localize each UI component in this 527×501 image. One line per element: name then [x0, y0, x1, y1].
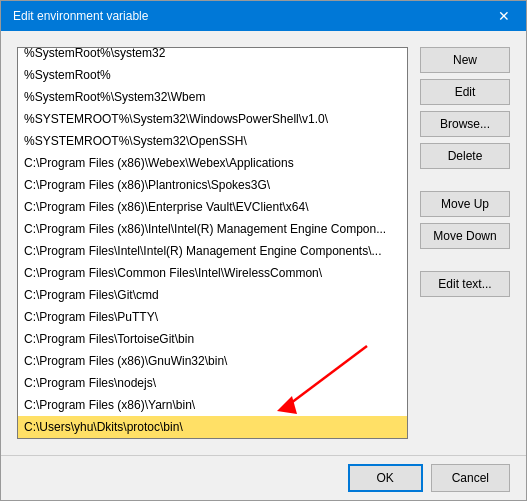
- env-var-list-scroll[interactable]: %JAVA_HOME%\bin%SystemRoot%\system32%Sys…: [18, 48, 407, 438]
- new-button[interactable]: New: [420, 47, 510, 73]
- list-item[interactable]: C:\Program Files (x86)\Enterprise Vault\…: [18, 196, 407, 218]
- list-item[interactable]: C:\Program Files (x86)\GnuWin32\bin\: [18, 350, 407, 372]
- title-bar: Edit environment variable ✕: [1, 1, 526, 31]
- list-item[interactable]: C:\Program Files\Git\cmd: [18, 284, 407, 306]
- ok-button[interactable]: OK: [348, 464, 423, 492]
- list-item[interactable]: C:\Program Files\Intel\Intel(R) Manageme…: [18, 240, 407, 262]
- list-item[interactable]: C:\Program Files (x86)\Intel\Intel(R) Ma…: [18, 218, 407, 240]
- list-item[interactable]: C:\Users\yhu\Dkits\protoc\bin\: [18, 416, 407, 438]
- edit-env-var-dialog: Edit environment variable ✕ %JAVA_HOME%\…: [0, 0, 527, 501]
- edit-text-button[interactable]: Edit text...: [420, 271, 510, 297]
- buttons-spacer-2: [420, 255, 510, 265]
- action-buttons-column: New Edit Browse... Delete Move Up Move D…: [420, 47, 510, 439]
- list-item[interactable]: C:\Program Files\PuTTY\: [18, 306, 407, 328]
- list-item[interactable]: C:\Program Files\TortoiseGit\bin: [18, 328, 407, 350]
- cancel-button[interactable]: Cancel: [431, 464, 510, 492]
- list-item[interactable]: C:\Program Files (x86)\Plantronics\Spoke…: [18, 174, 407, 196]
- list-item[interactable]: %SystemRoot%\System32\Wbem: [18, 86, 407, 108]
- buttons-spacer: [420, 175, 510, 185]
- list-item[interactable]: %SYSTEMROOT%\System32\OpenSSH\: [18, 130, 407, 152]
- list-item[interactable]: C:\Program Files\Common Files\Intel\Wire…: [18, 262, 407, 284]
- close-button[interactable]: ✕: [494, 9, 514, 23]
- list-item[interactable]: C:\Program Files (x86)\Yarn\bin\: [18, 394, 407, 416]
- list-item[interactable]: C:\Program Files\nodejs\: [18, 372, 407, 394]
- browse-button[interactable]: Browse...: [420, 111, 510, 137]
- move-down-button[interactable]: Move Down: [420, 223, 510, 249]
- dialog-content: %JAVA_HOME%\bin%SystemRoot%\system32%Sys…: [1, 31, 526, 455]
- list-item[interactable]: %SystemRoot%: [18, 64, 407, 86]
- list-item[interactable]: %SystemRoot%\system32: [18, 48, 407, 64]
- dialog-footer: OK Cancel: [1, 455, 526, 500]
- delete-button[interactable]: Delete: [420, 143, 510, 169]
- env-var-list-container: %JAVA_HOME%\bin%SystemRoot%\system32%Sys…: [17, 47, 408, 439]
- list-item[interactable]: %SYSTEMROOT%\System32\WindowsPowerShell\…: [18, 108, 407, 130]
- move-up-button[interactable]: Move Up: [420, 191, 510, 217]
- dialog-title: Edit environment variable: [13, 9, 148, 23]
- edit-button[interactable]: Edit: [420, 79, 510, 105]
- list-item[interactable]: C:\Program Files (x86)\Webex\Webex\Appli…: [18, 152, 407, 174]
